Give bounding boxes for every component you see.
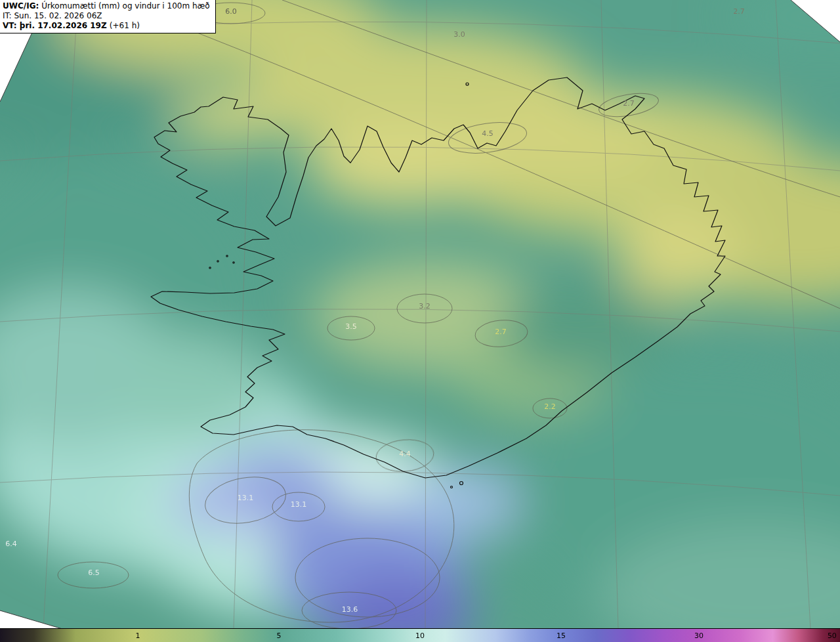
- colorbar-tick: 1: [135, 631, 140, 640]
- precip-value-label: 13.1: [238, 494, 254, 502]
- precip-value-label: 6.0: [225, 7, 237, 16]
- valid-value: þri. 17.02.2026 19Z: [20, 21, 107, 30]
- precip-value-label: 2.7: [733, 7, 745, 16]
- precip-value-label: 3.0: [453, 30, 465, 39]
- wind-barbs-layer: [0, 0, 840, 629]
- precip-value-label: 3.2: [419, 302, 430, 310]
- model-label: UWC/IG:: [3, 1, 39, 11]
- precip-value-label: 2.7: [623, 99, 635, 108]
- init-time-line: IT: Sun. 15. 02. 2026 06Z: [3, 11, 210, 21]
- precip-value-label: 2.2: [544, 402, 556, 411]
- precip-value-label: 6.5: [88, 568, 100, 577]
- init-label: IT:: [3, 11, 12, 20]
- init-value: Sun. 15. 02. 2026 06Z: [14, 11, 102, 20]
- weather-map: 6.0 3.0 2.7 2.7 4.5 3.2 3.5 2.7 2.2 4.4 …: [0, 0, 840, 629]
- map-title-line: UWC/IG: Úrkomumætti (mm) og vindur i 100…: [3, 1, 210, 11]
- precip-value-label: 6.4: [5, 540, 17, 548]
- colorbar-tick: 10: [415, 631, 425, 640]
- valid-time-line: VT: þri. 17.02.2026 19Z (+61 h): [3, 21, 210, 31]
- weather-map-page: 6.0 3.0 2.7 2.7 4.5 3.2 3.5 2.7 2.2 4.4 …: [0, 0, 840, 642]
- precip-value-label: 13.1: [291, 500, 307, 509]
- map-title-box: UWC/IG: Úrkomumætti (mm) og vindur i 100…: [0, 0, 216, 33]
- valid-label: VT:: [3, 21, 17, 30]
- precip-value-label: 3.5: [345, 322, 357, 331]
- colorbar-tick: 15: [556, 631, 566, 640]
- colorbar-tick: 5: [276, 631, 281, 640]
- precip-value-label: 4.5: [482, 129, 494, 138]
- colorbar-tick: 30: [694, 631, 704, 640]
- precip-value-label: 4.4: [399, 450, 411, 458]
- map-title-text: Úrkomumætti (mm) og vindur i 100m hæð: [41, 1, 210, 11]
- colorbar-tick: 50: [828, 631, 837, 640]
- precip-value-label: 13.6: [342, 605, 358, 614]
- valid-offset: (+61 h): [110, 21, 140, 30]
- precip-value-label: 2.7: [495, 328, 507, 336]
- precip-colorbar: 1 5 10 15 30 50: [0, 628, 840, 642]
